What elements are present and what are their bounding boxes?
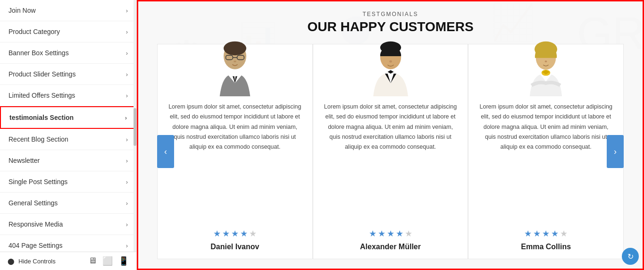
- chevron-icon: ›: [126, 157, 128, 164]
- star-2: ★: [222, 228, 230, 239]
- device-icons: 🖥 ⬜ 📱: [88, 256, 129, 266]
- star-3: ★: [542, 228, 550, 239]
- card-customer-name: Daniel Ivanov: [210, 243, 259, 251]
- circle-icon: ⬤: [8, 258, 15, 265]
- svg-point-10: [224, 42, 246, 56]
- sidebar-item-label: General Settings: [8, 199, 58, 207]
- star-2: ★: [533, 228, 541, 239]
- star-rating: ★★★★★: [213, 228, 257, 239]
- card-customer-name: Alexander Müller: [360, 243, 421, 251]
- star-1: ★: [524, 228, 532, 239]
- sidebar-item-label: Product Slider Settings: [8, 70, 75, 78]
- sidebar-item-label: Recent Blog Section: [8, 135, 68, 143]
- testimonial-card-3: Lorem ipsum dolor sit amet, consectetur …: [468, 44, 624, 259]
- sidebar-item-label: 404 Page Settings: [8, 242, 62, 249]
- card-testimonial-text: Lorem ipsum dolor sit amet, consectetur …: [478, 102, 614, 222]
- chevron-icon: ›: [126, 28, 128, 35]
- sidebar-item-banner-box-settings[interactable]: Banner Box Settings›: [0, 42, 136, 64]
- cards-row: ‹ Lorem ipsum dolor sit amet, consectetu…: [157, 44, 624, 259]
- card-avatar: [518, 40, 574, 96]
- chevron-icon: ›: [126, 242, 128, 249]
- star-5: ★: [405, 228, 412, 239]
- sidebar-item-product-slider-settings[interactable]: Product Slider Settings›: [0, 64, 136, 85]
- chevron-icon: ›: [126, 92, 128, 99]
- sidebar-item-label: Newsletter: [8, 157, 40, 164]
- sidebar-item-product-category[interactable]: Product Category›: [0, 21, 136, 42]
- star-4: ★: [240, 228, 248, 239]
- sidebar-item-responsive-media[interactable]: Responsive Media›: [0, 214, 136, 235]
- chevron-icon: ›: [126, 178, 128, 186]
- tablet-icon[interactable]: ⬜: [102, 256, 113, 266]
- prev-arrow[interactable]: ‹: [157, 135, 174, 168]
- chevron-icon: ›: [126, 7, 128, 14]
- chevron-icon: ›: [126, 221, 128, 228]
- star-4: ★: [396, 228, 403, 239]
- chevron-icon: ›: [126, 136, 128, 143]
- svg-rect-15: [232, 72, 238, 76]
- refresh-button[interactable]: ↻: [622, 248, 639, 265]
- card-avatar: [362, 40, 419, 96]
- card-avatar: [207, 40, 263, 96]
- card-testimonial-text: Lorem ipsum dolor sit amet, consectetur …: [323, 102, 459, 222]
- section-title: OUR HAPPY CUSTOMERS: [307, 19, 473, 34]
- svg-point-18: [389, 60, 392, 63]
- star-5: ★: [249, 228, 257, 239]
- sidebar-item-recent-blog-section[interactable]: Recent Blog Section›: [0, 129, 136, 150]
- desktop-icon[interactable]: 🖥: [88, 256, 97, 266]
- testimonials-wrapper: TESTGMONIALS OUR HAPPY CUSTOMERS ‹: [138, 1, 643, 269]
- card-customer-name: Emma Collins: [521, 243, 571, 251]
- star-rating: ★★★★★: [524, 228, 568, 239]
- sidebar: Join Now›Product Category›Banner Box Set…: [0, 0, 137, 270]
- sidebar-item-label: Limited Offers Settings: [8, 92, 75, 99]
- bottom-bar: ⬤ Hide Controls 🖥 ⬜ 📱: [0, 252, 136, 270]
- sidebar-scrollbar[interactable]: [134, 0, 136, 270]
- star-3: ★: [387, 228, 394, 239]
- sidebar-item-label: Product Category: [8, 28, 60, 35]
- sidebar-item-limited-offers-settings[interactable]: Limited Offers Settings›: [0, 85, 136, 106]
- svg-point-21: [545, 60, 547, 62]
- sidebar-item-general-settings[interactable]: General Settings›: [0, 193, 136, 214]
- next-arrow[interactable]: ›: [607, 135, 624, 168]
- sidebar-item-testimonials-section[interactable]: testimonials Section›: [0, 106, 136, 129]
- sidebar-item-label: Single Post Settings: [8, 178, 67, 186]
- card-testimonial-text: Lorem ipsum dolor sit amet, consectetur …: [167, 102, 303, 222]
- sidebar-item-join-now[interactable]: Join Now›: [0, 0, 136, 21]
- sidebar-scrollbar-thumb: [134, 108, 136, 146]
- sidebar-item-label: testimonials Section: [9, 114, 74, 121]
- sidebar-item-newsletter[interactable]: Newsletter›: [0, 150, 136, 171]
- svg-point-14: [234, 60, 236, 62]
- sidebar-item-label: Join Now: [8, 7, 36, 14]
- section-label: TESTGMONIALS: [362, 11, 418, 17]
- star-rating: ★★★★★: [369, 228, 412, 239]
- main-content: ⚙ 📊 🔵 📈 GROWTH 💡 🔗 ⚙ 💡 TESTGMONIALS OUR …: [137, 0, 644, 270]
- testimonial-card-2: Lorem ipsum dolor sit amet, consectetur …: [313, 44, 468, 259]
- hide-controls-button[interactable]: ⬤ Hide Controls: [8, 258, 56, 265]
- star-2: ★: [378, 228, 385, 239]
- testimonial-card-1: Lorem ipsum dolor sit amet, consectetur …: [157, 44, 313, 259]
- sidebar-item-label: Responsive Media: [8, 220, 63, 228]
- sidebar-item-label: Banner Box Settings: [8, 49, 69, 57]
- hide-controls-label: Hide Controls: [18, 258, 56, 265]
- mobile-icon[interactable]: 📱: [118, 256, 129, 266]
- chevron-icon: ›: [125, 114, 127, 121]
- star-3: ★: [231, 228, 239, 239]
- chevron-icon: ›: [126, 200, 128, 207]
- star-5: ★: [560, 228, 568, 239]
- star-1: ★: [369, 228, 376, 239]
- chevron-icon: ›: [126, 71, 128, 78]
- star-4: ★: [551, 228, 559, 239]
- star-1: ★: [213, 228, 221, 239]
- sidebar-item-single-post-settings[interactable]: Single Post Settings›: [0, 171, 136, 193]
- chevron-icon: ›: [126, 50, 128, 57]
